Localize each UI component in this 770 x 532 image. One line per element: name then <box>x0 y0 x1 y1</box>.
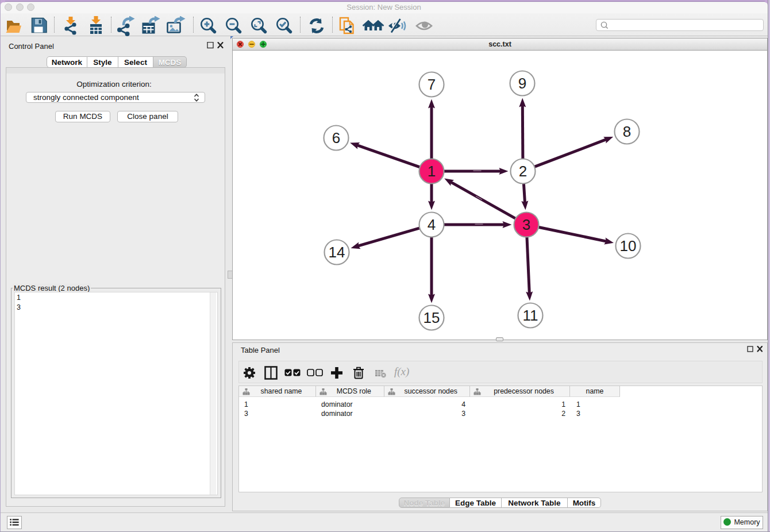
svg-text:6: 6 <box>332 129 340 147</box>
svg-text:7: 7 <box>428 76 436 93</box>
svg-text:11: 11 <box>523 307 538 324</box>
svg-text:2: 2 <box>519 163 527 180</box>
svg-text:8: 8 <box>623 123 631 140</box>
svg-text:14: 14 <box>329 244 345 261</box>
svg-text:15: 15 <box>424 309 440 326</box>
svg-text:3: 3 <box>522 216 530 233</box>
svg-text:10: 10 <box>620 237 637 255</box>
svg-text:1: 1 <box>428 163 436 180</box>
svg-text:9: 9 <box>518 75 526 92</box>
svg-text:4: 4 <box>428 216 436 233</box>
